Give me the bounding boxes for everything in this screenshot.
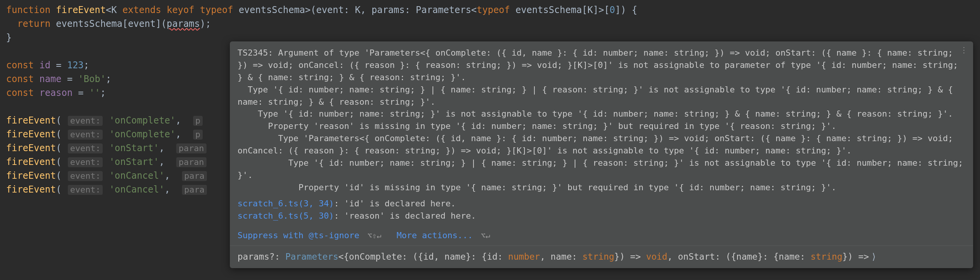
file-link[interactable]: scratch_6.ts(3, 34): [238, 199, 334, 208]
more-actions[interactable]: More actions...: [397, 231, 473, 240]
string-literal: 'onComplete': [109, 115, 175, 126]
code-line[interactable]: return eventsSchema[event](params);: [6, 17, 974, 31]
inlay-hint: event:: [68, 171, 103, 181]
inlay-hint: p: [193, 130, 203, 140]
inlay-hint: para: [182, 171, 207, 181]
string-literal: 'onCancel': [109, 170, 165, 181]
declaration-link-row: scratch_6.ts(3, 34): 'id' is declared he…: [238, 198, 965, 210]
function-call: fireEvent: [6, 156, 56, 167]
function-call: fireEvent: [6, 129, 56, 140]
overflow-indicator: ⟩: [871, 252, 877, 262]
inlay-hint: paran: [176, 157, 206, 167]
function-call: fireEvent: [6, 115, 56, 126]
string-literal: 'onCancel': [109, 184, 165, 195]
function-call: fireEvent: [6, 170, 56, 181]
inlay-hint: event:: [68, 185, 103, 195]
function-call: fireEvent: [6, 143, 56, 153]
inlay-hint: paran: [176, 143, 206, 153]
string-literal: 'onStart': [109, 156, 159, 167]
inlay-hint: event:: [68, 157, 103, 167]
inlay-hint: p: [193, 116, 203, 126]
file-link[interactable]: scratch_6.ts(5, 30): [238, 211, 334, 221]
inlay-hint: para: [182, 185, 207, 195]
function-name: fireEvent: [56, 5, 106, 15]
string-literal: 'onComplete': [109, 129, 175, 140]
error-message: TS2345: Argument of type 'Parameters<{ o…: [230, 41, 973, 198]
error-tooltip: ⋮ TS2345: Argument of type 'Parameters<{…: [230, 41, 973, 268]
shortcut-hint: ⌥⇧↵: [367, 231, 381, 240]
function-call: fireEvent: [6, 184, 56, 195]
inlay-hint: event:: [68, 130, 103, 140]
shortcut-hint: ⌥↵: [481, 231, 490, 240]
code-line[interactable]: function fireEvent<K extends keyof typeo…: [6, 3, 974, 17]
inlay-hint: event:: [68, 143, 103, 153]
suppress-action[interactable]: Suppress with @ts-ignore: [238, 231, 359, 240]
parameter-info: params?: Parameters<{onComplete: ({id, n…: [230, 246, 973, 268]
keyword: function: [6, 5, 51, 15]
string-literal: 'onStart': [109, 143, 159, 153]
inlay-hint: event:: [68, 116, 103, 126]
more-icon[interactable]: ⋮: [960, 46, 968, 54]
error-token[interactable]: params: [167, 18, 200, 29]
tooltip-actions: Suppress with @ts-ignore ⌥⇧↵ More action…: [230, 227, 973, 245]
declaration-link-row: scratch_6.ts(5, 30): 'reason' is declare…: [238, 210, 965, 222]
